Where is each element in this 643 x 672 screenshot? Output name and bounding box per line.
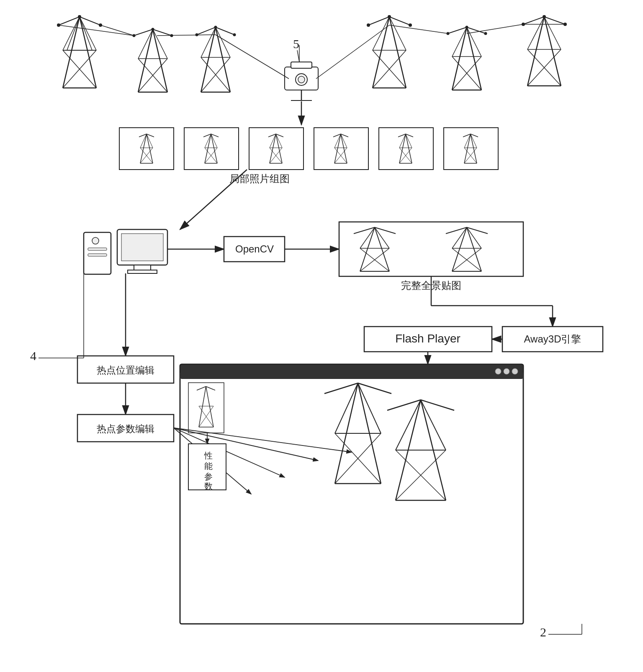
- svg-point-76: [484, 32, 487, 35]
- svg-line-150: [399, 148, 412, 163]
- svg-line-157: [464, 134, 471, 163]
- svg-rect-215: [77, 415, 174, 442]
- svg-rect-112: [184, 128, 239, 170]
- svg-line-155: [406, 134, 413, 137]
- svg-line-252: [174, 428, 251, 494]
- svg-line-82: [527, 49, 561, 86]
- svg-line-46: [197, 27, 216, 35]
- svg-line-139: [334, 148, 347, 163]
- svg-line-69: [452, 57, 481, 90]
- svg-rect-257: [188, 444, 226, 490]
- svg-text:Away3D引擎: Away3D引擎: [524, 333, 581, 345]
- svg-line-39: [216, 27, 230, 92]
- svg-rect-172: [128, 270, 157, 273]
- diagram-container: 5: [0, 0, 643, 672]
- svg-point-35: [298, 76, 305, 83]
- svg-rect-145: [379, 128, 433, 170]
- svg-line-144: [341, 134, 348, 137]
- svg-line-102: [140, 134, 147, 163]
- svg-line-93: [216, 35, 289, 79]
- svg-text:数: 数: [204, 481, 213, 491]
- svg-line-142: [341, 134, 347, 148]
- svg-text:热点参数编辑: 热点参数编辑: [97, 424, 154, 434]
- svg-line-58: [389, 17, 406, 50]
- svg-line-26: [153, 29, 167, 59]
- svg-line-125: [276, 134, 282, 163]
- svg-line-114: [211, 134, 217, 163]
- svg-point-74: [466, 26, 468, 29]
- svg-line-193: [467, 227, 481, 271]
- svg-line-71: [467, 27, 481, 57]
- svg-line-239: [358, 383, 381, 433]
- svg-line-158: [471, 134, 477, 163]
- svg-point-30: [133, 34, 136, 37]
- svg-line-131: [276, 134, 282, 148]
- svg-line-24: [138, 59, 167, 92]
- svg-line-86: [544, 17, 565, 24]
- svg-line-70: [452, 27, 467, 57]
- svg-line-229: [199, 406, 213, 427]
- svg-line-120: [211, 134, 217, 148]
- svg-text:5: 5: [293, 37, 299, 51]
- svg-line-23: [138, 59, 167, 92]
- svg-point-87: [543, 15, 546, 18]
- svg-point-220: [495, 368, 501, 374]
- svg-rect-223: [188, 383, 224, 433]
- svg-line-251: [421, 400, 454, 410]
- svg-line-73: [467, 27, 486, 33]
- svg-point-29: [152, 28, 154, 31]
- svg-line-135: [334, 134, 341, 163]
- svg-line-5: [63, 17, 80, 50]
- svg-line-231: [206, 386, 215, 390]
- svg-line-59: [368, 17, 389, 25]
- svg-line-45: [216, 27, 230, 57]
- svg-rect-101: [119, 128, 174, 170]
- svg-line-78: [544, 17, 561, 86]
- svg-line-91: [100, 25, 134, 36]
- svg-line-109: [147, 134, 153, 148]
- svg-line-132: [268, 134, 276, 137]
- svg-rect-212: [77, 356, 174, 383]
- svg-text:性: 性: [204, 451, 213, 460]
- svg-line-163: [464, 134, 471, 148]
- svg-line-191: [375, 227, 396, 234]
- svg-rect-123: [249, 128, 303, 170]
- svg-line-196: [452, 248, 481, 271]
- svg-rect-178: [224, 237, 285, 262]
- svg-line-83: [527, 17, 544, 49]
- svg-line-84: [544, 17, 561, 49]
- svg-rect-171: [134, 265, 151, 270]
- svg-rect-175: [88, 248, 107, 250]
- svg-line-103: [147, 134, 153, 163]
- svg-line-55: [373, 50, 406, 88]
- svg-line-197: [452, 248, 481, 271]
- svg-line-27: [134, 29, 153, 36]
- svg-text:参: 参: [204, 472, 213, 481]
- svg-line-240: [324, 383, 358, 394]
- svg-line-143: [333, 134, 341, 137]
- svg-point-34: [296, 74, 307, 85]
- svg-line-42: [201, 57, 230, 92]
- svg-rect-219: [180, 373, 523, 378]
- svg-line-200: [446, 227, 467, 234]
- svg-point-63: [409, 23, 412, 27]
- svg-line-168: [180, 170, 247, 229]
- svg-line-130: [270, 134, 276, 148]
- svg-line-182: [360, 227, 375, 271]
- svg-line-183: [375, 227, 389, 271]
- svg-line-43: [201, 57, 230, 92]
- svg-line-254: [174, 428, 318, 461]
- svg-line-9: [67, 17, 80, 50]
- svg-line-121: [203, 134, 211, 137]
- svg-rect-181: [339, 222, 523, 276]
- svg-text:Flash Player: Flash Player: [395, 332, 460, 345]
- svg-line-15: [80, 17, 100, 25]
- svg-line-85: [523, 17, 544, 24]
- svg-line-140: [334, 148, 347, 163]
- svg-line-90: [59, 25, 134, 36]
- svg-text:完整全景贴图: 完整全景贴图: [401, 280, 461, 291]
- svg-line-228: [199, 406, 213, 427]
- svg-line-122: [211, 134, 219, 137]
- svg-line-230: [197, 386, 206, 390]
- svg-line-57: [373, 17, 389, 50]
